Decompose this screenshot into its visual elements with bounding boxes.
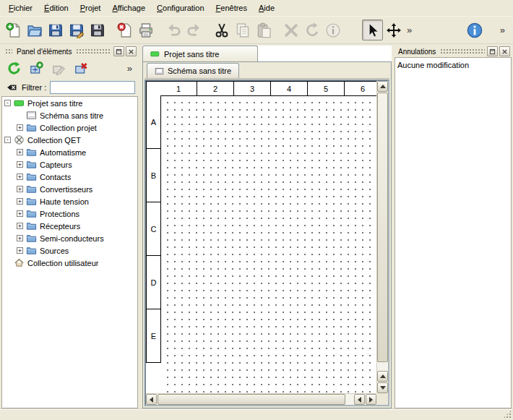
menu-aide[interactable]: Aide [253,0,280,16]
undo-button[interactable] [163,20,184,40]
copy-button[interactable] [232,20,253,40]
expander-plus-icon[interactable]: + [17,247,23,254]
clear-filter-button[interactable] [4,81,18,95]
close-document-button[interactable] [114,20,135,40]
cut-button[interactable] [211,20,232,40]
expander-plus-icon[interactable]: + [17,210,23,217]
vertical-scroll-thumb[interactable] [377,93,388,362]
tree-item-automatisme[interactable]: +Automatisme [2,146,137,158]
elements-toolbar: » [1,57,138,79]
horizontal-scroll-thumb[interactable] [158,394,345,405]
tree-item-collection-utilisateur[interactable]: Collection utilisateur [2,257,137,269]
tree-item-convertisseurs[interactable]: +Convertisseurs [2,183,137,195]
expander-plus-icon[interactable]: + [17,186,23,192]
menu-edition[interactable]: Édition [38,0,74,16]
paste-button[interactable] [253,20,274,40]
tree-item-capteurs[interactable]: +Capteurs [2,158,137,171]
new-element-button[interactable] [27,59,46,77]
menu-projet[interactable]: Projet [74,0,107,16]
save-all-button[interactable] [87,20,108,40]
close-button[interactable] [499,46,510,56]
menu-affichage[interactable]: Affichage [106,0,151,16]
open-folder-button[interactable] [24,20,45,40]
undo-panel-header[interactable]: Annulations [395,46,512,57]
ruler-corner [146,81,161,96]
expander-plus-icon[interactable]: + [17,173,23,180]
expander-plus-icon[interactable]: + [17,124,23,131]
new-document-button[interactable] [3,20,24,40]
expander-plus-icon[interactable]: + [17,235,23,241]
scroll-left-button-2[interactable] [354,394,365,405]
toolbar-extension-button[interactable]: » [497,25,508,35]
tree-item-collection-projet[interactable]: +Collection projet [2,121,137,134]
save-button[interactable] [45,20,66,40]
tree-item-haute-tension[interactable]: +Haute tension [2,195,137,207]
tree-item-collection-qet[interactable]: -Collection QET [2,134,137,146]
tree-item-schema-sans-titre[interactable]: Schéma sans titre [2,109,137,121]
folder-icon [26,122,37,133]
dock-grip-icon[interactable] [440,48,485,54]
float-button[interactable] [113,46,124,56]
elements-panel-title: Panel d'éléments [14,48,74,56]
tree-item-projet-sans-titre[interactable]: -Projet sans titre [2,97,137,109]
scroll-up-button[interactable] [377,81,388,92]
toolbar-extension-button[interactable]: » [404,25,415,35]
rotate-button[interactable] [301,20,322,40]
menu-fenetres[interactable]: Fenêtres [210,0,253,16]
vertical-scrollbar[interactable] [376,81,388,393]
edit-element-icon [52,61,66,75]
horizontal-scrollbar[interactable] [146,393,376,405]
undo-list[interactable]: Aucune modification [395,57,512,408]
size-grip[interactable] [503,410,512,419]
redo-button[interactable] [184,20,204,40]
move-button[interactable] [383,20,404,40]
delete-button[interactable] [280,20,301,40]
menu-fichier[interactable]: Fichier [3,0,38,16]
tree-item-contacts[interactable]: +Contacts [2,171,137,183]
tree-item-recepteurs[interactable]: +Récepteurs [2,220,137,232]
scroll-left-button[interactable] [146,394,157,405]
expander-plus-icon[interactable]: + [17,198,23,205]
project-icon [14,98,25,108]
new-element-icon [30,61,43,75]
tree-item-sources[interactable]: +Sources [2,244,137,257]
expander-minus-icon[interactable]: - [4,137,11,143]
tree-item-label: Schéma sans titre [40,111,103,120]
schema-icon [155,67,164,76]
scrollbar-corner [376,393,388,405]
expander-plus-icon[interactable]: + [17,161,23,168]
project-tabbar: Projet sans titre [142,46,392,62]
tab-projet-sans-titre[interactable]: Projet sans titre [142,46,258,61]
folder-icon [26,171,37,182]
scroll-down-button[interactable] [377,382,388,393]
diagram-canvas[interactable]: 123456 ABCDE [146,81,376,393]
tree-item-protections[interactable]: +Protections [2,207,137,220]
tree-item-label: Projet sans titre [27,99,82,108]
save-as-button[interactable] [66,20,87,40]
info-button[interactable] [322,20,343,40]
expander-plus-icon[interactable]: + [17,149,23,155]
print-button[interactable] [135,20,156,40]
filter-input[interactable] [50,81,135,94]
float-button[interactable] [487,46,498,56]
scroll-right-button[interactable] [366,394,376,405]
delete-element-button[interactable] [72,59,90,77]
tab-schema-sans-titre[interactable]: Schéma sans titre [147,63,239,78]
about-button[interactable] [465,20,486,40]
dock-grip-icon[interactable] [76,48,111,54]
expander-minus-icon[interactable]: - [4,100,11,106]
reload-button[interactable] [4,59,23,77]
tree-item-label: Protections [40,210,79,218]
edit-element-button[interactable] [49,59,68,77]
dock-grip-icon[interactable] [5,48,12,54]
row-header-b: B [146,149,161,202]
diagram-grid[interactable] [161,96,376,393]
expander-plus-icon[interactable]: + [17,223,23,229]
elements-panel-header[interactable]: Panel d'éléments [1,46,138,57]
select-arrow-button[interactable] [362,20,383,40]
menu-configuration[interactable]: Configuration [151,0,210,16]
close-button[interactable] [126,46,137,56]
scroll-up-button-2[interactable] [377,371,388,382]
tree-item-semi-conducteurs[interactable]: +Semi-conducteurs [2,232,137,244]
toolbar-extension-button[interactable]: » [124,63,135,74]
